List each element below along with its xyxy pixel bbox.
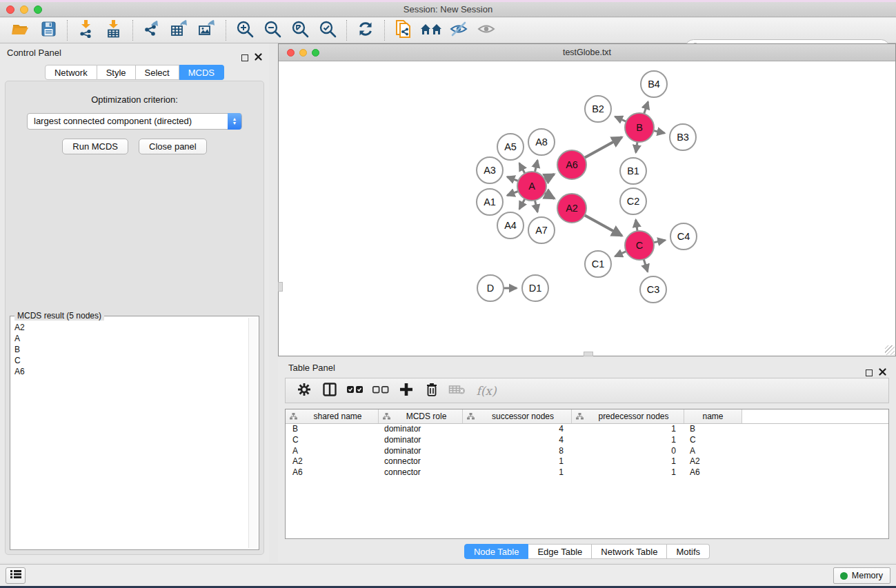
tab-edge-table[interactable]: Edge Table <box>528 544 592 559</box>
table-cell[interactable]: A <box>684 446 742 457</box>
table-cell[interactable]: 1 <box>572 435 684 446</box>
table-cell[interactable]: A2 <box>684 456 742 467</box>
add-column-button[interactable] <box>395 381 417 401</box>
graph-node-D1[interactable]: D1 <box>522 275 548 301</box>
column-header-MCDS-role[interactable]: MCDS role <box>379 409 463 423</box>
tab-motifs[interactable]: Motifs <box>667 544 710 559</box>
export-table-button[interactable] <box>166 19 193 41</box>
save-session-button[interactable] <box>34 19 62 41</box>
table-cell[interactable]: 1 <box>463 467 572 478</box>
graph-node-C[interactable]: C <box>625 231 654 260</box>
table-cell[interactable]: B <box>286 424 379 435</box>
export-image-button[interactable] <box>193 19 221 41</box>
show-graphics-details-button[interactable] <box>472 19 500 41</box>
select-all-button[interactable] <box>344 381 366 401</box>
mcds-result-item[interactable]: A2 <box>14 322 245 333</box>
table-cell[interactable]: 4 <box>463 435 572 446</box>
tab-select[interactable]: Select <box>136 65 179 80</box>
delete-columns-button[interactable] <box>420 381 443 401</box>
graph-node-A5[interactable]: A5 <box>497 134 524 160</box>
run-mcds-button[interactable]: Run MCDS <box>62 139 128 154</box>
optimization-criterion-select[interactable]: largest connected component (directed) ▲… <box>27 113 242 130</box>
graph-node-A8[interactable]: A8 <box>528 129 555 155</box>
zoom-out-button[interactable] <box>259 19 286 41</box>
mcds-result-list[interactable]: A2ABCA6 <box>12 318 248 548</box>
tab-style[interactable]: Style <box>97 65 136 80</box>
table-cell[interactable]: A <box>286 446 379 457</box>
graph-node-A4[interactable]: A4 <box>497 212 524 239</box>
table-cell[interactable]: A2 <box>286 456 379 467</box>
node-table[interactable]: shared nameMCDS rolesuccessor nodesprede… <box>285 409 889 539</box>
table-cell[interactable]: connector <box>379 456 463 467</box>
graph-node-C2[interactable]: C2 <box>620 188 646 214</box>
network-graph[interactable]: AA1A2A3A4A5A6A7A8BB1B2B3B4CC1C2C3C4DD1 <box>279 62 895 356</box>
mcds-result-item[interactable]: B <box>14 344 245 355</box>
table-cell[interactable]: 1 <box>572 456 684 467</box>
table-row[interactable]: Bdominator41B <box>286 424 888 435</box>
function-builder-button[interactable]: f(x) <box>471 381 501 401</box>
memory-button[interactable]: Memory <box>833 567 890 584</box>
float-panel-icon[interactable] <box>241 54 248 61</box>
zoom-in-button[interactable] <box>231 19 259 41</box>
tab-network[interactable]: Network <box>45 65 97 80</box>
tab-network-table[interactable]: Network Table <box>592 544 667 559</box>
network-from-selection-button[interactable] <box>390 19 417 41</box>
table-cell[interactable]: 1 <box>572 467 684 478</box>
graph-node-B1[interactable]: B1 <box>620 158 646 184</box>
table-row[interactable]: Cdominator41C <box>286 435 888 446</box>
deselect-all-button[interactable] <box>369 381 392 401</box>
graph-node-A7[interactable]: A7 <box>528 217 555 243</box>
graph-node-B4[interactable]: B4 <box>641 71 667 97</box>
table-cell[interactable]: C <box>286 435 379 446</box>
resize-grip[interactable] <box>885 345 895 355</box>
table-cell[interactable]: connector <box>379 467 463 478</box>
table-cell[interactable]: dominator <box>379 446 463 457</box>
hide-graphics-details-button[interactable] <box>445 19 472 41</box>
graph-node-C3[interactable]: C3 <box>640 276 666 303</box>
table-row[interactable]: A2connector11A2 <box>286 456 888 467</box>
graph-node-A1[interactable]: A1 <box>477 189 503 215</box>
table-cell[interactable]: A6 <box>684 467 742 478</box>
network-close-button[interactable] <box>287 49 295 57</box>
column-header-shared-name[interactable]: shared name <box>286 409 379 423</box>
table-cell[interactable]: B <box>684 424 742 435</box>
refresh-layout-button[interactable] <box>352 19 379 41</box>
table-cell[interactable]: 1 <box>572 424 684 435</box>
import-network-button[interactable] <box>72 19 100 41</box>
graph-node-A2[interactable]: A2 <box>557 194 586 223</box>
network-canvas[interactable]: AA1A2A3A4A5A6A7A8BB1B2B3B4CC1C2C3C4DD1 <box>279 62 895 356</box>
delete-table-button[interactable] <box>446 381 468 401</box>
table-row[interactable]: A6connector11A6 <box>286 467 888 478</box>
export-network-button[interactable] <box>138 19 166 41</box>
graph-node-A3[interactable]: A3 <box>477 157 503 183</box>
horizontal-scrollbar-thumb[interactable] <box>584 352 593 356</box>
table-cell[interactable]: dominator <box>379 435 463 446</box>
table-cell[interactable]: A6 <box>286 467 379 478</box>
zoom-selected-button[interactable] <box>314 19 341 41</box>
table-options-button[interactable] <box>292 381 315 401</box>
table-cell[interactable]: 1 <box>463 456 572 467</box>
table-cell[interactable]: 0 <box>572 446 684 457</box>
vertical-scrollbar-thumb[interactable] <box>278 282 283 292</box>
mcds-result-item[interactable]: A <box>14 333 245 344</box>
table-cell[interactable]: 8 <box>463 446 572 457</box>
zoom-fit-button[interactable] <box>286 19 314 41</box>
table-cell[interactable]: 4 <box>463 424 572 435</box>
open-session-button[interactable] <box>7 19 34 41</box>
minimize-window-button[interactable] <box>20 6 28 14</box>
column-header-successor-nodes[interactable]: successor nodes <box>463 409 572 423</box>
graph-node-C4[interactable]: C4 <box>670 223 697 250</box>
import-table-button[interactable] <box>100 19 128 41</box>
graph-node-B3[interactable]: B3 <box>670 124 696 150</box>
task-history-button[interactable] <box>6 567 26 584</box>
graph-node-A[interactable]: A <box>517 172 546 201</box>
home-button[interactable] <box>417 19 445 41</box>
float-panel-icon[interactable] <box>866 369 873 376</box>
close-window-button[interactable] <box>6 6 14 14</box>
show-columns-button[interactable] <box>318 381 341 401</box>
close-panel-button[interactable]: Close panel <box>139 139 207 154</box>
table-cell[interactable]: C <box>684 435 742 446</box>
column-header-name[interactable]: name <box>684 409 742 423</box>
table-cell[interactable]: dominator <box>379 424 463 435</box>
mcds-result-item[interactable]: A6 <box>14 366 245 377</box>
